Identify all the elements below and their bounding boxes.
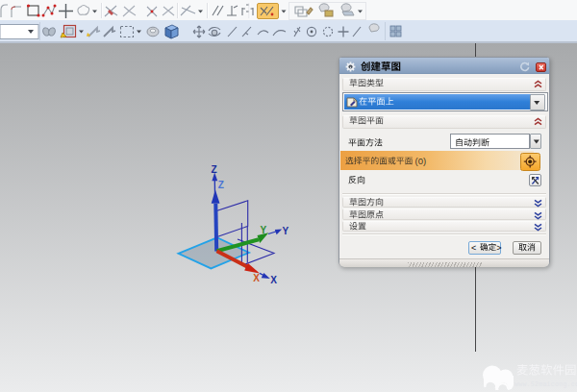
svg-text:Y: Y [283,226,289,236]
svg-text:X: X [270,275,277,285]
svg-text:Y: Y [261,225,267,235]
svg-text:Z: Z [218,180,224,190]
svg-text:Z: Z [212,164,217,175]
svg-text:X: X [253,273,260,283]
